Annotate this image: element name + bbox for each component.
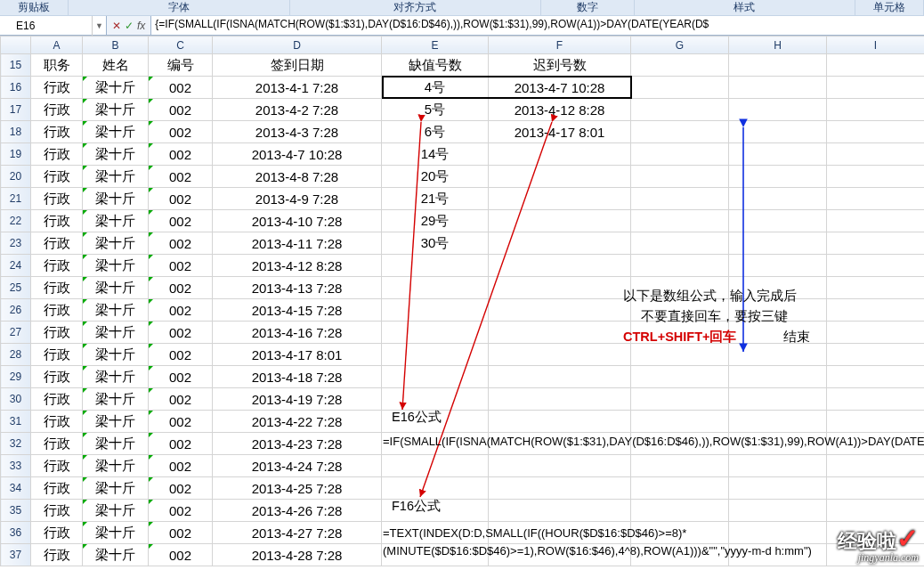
cell[interactable] bbox=[729, 388, 827, 411]
cell[interactable]: 002 bbox=[149, 188, 213, 210]
cell[interactable]: 2013-4-17 8:01 bbox=[213, 344, 382, 366]
cell[interactable]: 梁十斤 bbox=[83, 121, 149, 143]
cell[interactable]: 行政 bbox=[31, 322, 83, 344]
cancel-icon[interactable]: ✕ bbox=[112, 20, 121, 32]
cell[interactable]: 行政 bbox=[31, 99, 83, 121]
cell[interactable] bbox=[729, 411, 827, 433]
cell[interactable] bbox=[729, 143, 827, 166]
cell[interactable]: 002 bbox=[149, 522, 213, 544]
cell[interactable]: 编号 bbox=[149, 54, 213, 77]
cell[interactable]: 2013-4-13 7:28 bbox=[213, 277, 382, 299]
col-header[interactable]: D bbox=[213, 37, 382, 54]
cell[interactable]: 2013-4-17 8:01 bbox=[489, 121, 631, 143]
cell[interactable] bbox=[631, 54, 729, 77]
cell[interactable] bbox=[827, 411, 925, 433]
cell[interactable]: 30号 bbox=[382, 232, 489, 255]
row-header[interactable]: 24 bbox=[1, 255, 31, 277]
cell[interactable] bbox=[827, 143, 925, 166]
cell[interactable] bbox=[489, 188, 631, 210]
cell[interactable]: 梁十斤 bbox=[83, 166, 149, 188]
ribbon-group[interactable]: 字体 bbox=[69, 0, 290, 15]
table-row[interactable]: 34行政梁十斤0022013-4-25 7:28 bbox=[1, 477, 925, 500]
cell[interactable]: 2013-4-22 7:28 bbox=[213, 411, 382, 433]
row-header[interactable]: 37 bbox=[1, 544, 31, 566]
cell[interactable]: 行政 bbox=[31, 277, 83, 299]
cell[interactable] bbox=[729, 344, 827, 366]
cell[interactable] bbox=[489, 143, 631, 166]
cell[interactable] bbox=[827, 188, 925, 210]
row-header[interactable]: 16 bbox=[1, 77, 31, 99]
cell[interactable]: 002 bbox=[149, 455, 213, 477]
cell[interactable]: 6号 bbox=[382, 121, 489, 143]
cell[interactable]: 行政 bbox=[31, 344, 83, 366]
cell[interactable]: 梁十斤 bbox=[83, 433, 149, 455]
cell[interactable]: 002 bbox=[149, 143, 213, 166]
cell[interactable]: 梁十斤 bbox=[83, 388, 149, 411]
cell[interactable]: 梁十斤 bbox=[83, 77, 149, 99]
cell[interactable] bbox=[382, 255, 489, 277]
cell[interactable] bbox=[631, 99, 729, 121]
cell[interactable] bbox=[489, 411, 631, 433]
cell[interactable]: 行政 bbox=[31, 188, 83, 210]
row-header[interactable]: 19 bbox=[1, 143, 31, 166]
row-header[interactable]: 15 bbox=[1, 54, 31, 77]
cell[interactable]: 梁十斤 bbox=[83, 277, 149, 299]
table-row[interactable]: 24行政梁十斤0022013-4-12 8:28 bbox=[1, 255, 925, 277]
cell[interactable]: 002 bbox=[149, 344, 213, 366]
cell[interactable]: 行政 bbox=[31, 433, 83, 455]
cell[interactable]: 2013-4-1 7:28 bbox=[213, 77, 382, 99]
cell[interactable]: 2013-4-15 7:28 bbox=[213, 299, 382, 322]
row-header[interactable]: 22 bbox=[1, 210, 31, 232]
cell[interactable]: 行政 bbox=[31, 366, 83, 388]
cell[interactable]: 梁十斤 bbox=[83, 544, 149, 566]
table-row[interactable]: 18行政梁十斤0022013-4-3 7:286号2013-4-17 8:01 bbox=[1, 121, 925, 143]
cell[interactable]: 2013-4-7 10:28 bbox=[213, 143, 382, 166]
cell[interactable] bbox=[382, 344, 489, 366]
enter-icon[interactable]: ✓ bbox=[125, 20, 134, 32]
row-header[interactable]: 30 bbox=[1, 388, 31, 411]
cell[interactable]: 梁十斤 bbox=[83, 322, 149, 344]
cell[interactable]: 梁十斤 bbox=[83, 99, 149, 121]
cell[interactable]: 2013-4-25 7:28 bbox=[213, 477, 382, 500]
cell[interactable] bbox=[489, 210, 631, 232]
cell[interactable] bbox=[827, 77, 925, 99]
table-row[interactable]: 33行政梁十斤0022013-4-24 7:28 bbox=[1, 455, 925, 477]
cell[interactable]: 梁十斤 bbox=[83, 366, 149, 388]
cell[interactable] bbox=[827, 477, 925, 500]
cell[interactable]: 5号 bbox=[382, 99, 489, 121]
cell[interactable]: 行政 bbox=[31, 455, 83, 477]
table-row[interactable]: 23行政梁十斤0022013-4-11 7:2830号 bbox=[1, 232, 925, 255]
formula-input[interactable]: {=IF(SMALL(IF(ISNA(MATCH(ROW($1:$31),DAY… bbox=[151, 16, 924, 35]
row-header[interactable]: 20 bbox=[1, 166, 31, 188]
cell[interactable]: 2013-4-7 10:28 bbox=[489, 77, 631, 99]
table-row[interactable]: 15 职务 姓名 编号 签到日期 缺值号数 迟到号数 bbox=[1, 54, 925, 77]
cell[interactable] bbox=[382, 366, 489, 388]
cell[interactable]: 行政 bbox=[31, 388, 83, 411]
ribbon-group[interactable]: 对齐方式 bbox=[290, 0, 541, 15]
cell[interactable]: 2013-4-12 8:28 bbox=[213, 255, 382, 277]
col-header[interactable]: I bbox=[827, 37, 925, 54]
cell[interactable]: 行政 bbox=[31, 522, 83, 544]
row-header[interactable]: 32 bbox=[1, 433, 31, 455]
col-header[interactable]: F bbox=[489, 37, 631, 54]
cell[interactable]: 行政 bbox=[31, 143, 83, 166]
fx-icon[interactable]: fx bbox=[137, 20, 145, 32]
cell[interactable]: 2013-4-9 7:28 bbox=[213, 188, 382, 210]
row-header[interactable]: 26 bbox=[1, 299, 31, 322]
cell[interactable]: 002 bbox=[149, 500, 213, 522]
name-box[interactable]: E16 bbox=[16, 20, 92, 32]
cell[interactable] bbox=[489, 232, 631, 255]
col-header[interactable]: E bbox=[382, 37, 489, 54]
cell[interactable]: 2013-4-3 7:28 bbox=[213, 121, 382, 143]
cell[interactable]: 缺值号数 bbox=[382, 54, 489, 77]
cell[interactable] bbox=[729, 188, 827, 210]
cell[interactable]: 14号 bbox=[382, 143, 489, 166]
cell[interactable]: 行政 bbox=[31, 255, 83, 277]
table-row[interactable]: 35行政梁十斤0022013-4-26 7:28 bbox=[1, 500, 925, 522]
cell[interactable]: 2013-4-23 7:28 bbox=[213, 433, 382, 455]
row-header[interactable]: 35 bbox=[1, 500, 31, 522]
ribbon-group[interactable]: 单元格 bbox=[855, 0, 924, 15]
cell[interactable] bbox=[729, 166, 827, 188]
cell[interactable] bbox=[827, 388, 925, 411]
cell[interactable] bbox=[631, 255, 729, 277]
